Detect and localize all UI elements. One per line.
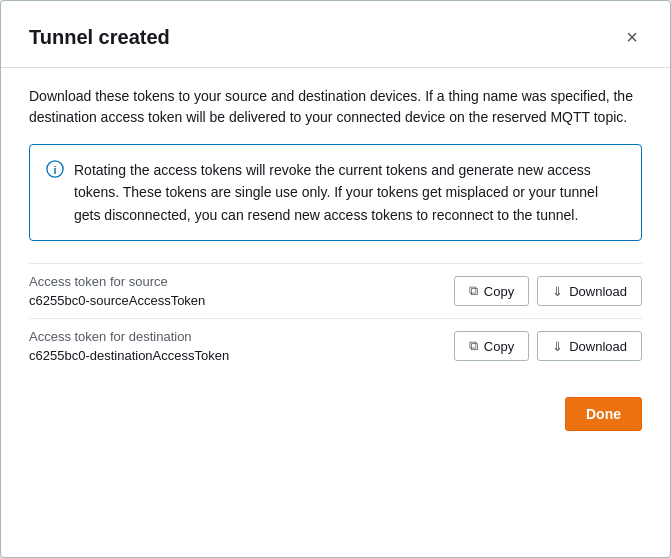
download-icon-dest: ⇓ xyxy=(552,339,563,354)
source-token-info: Access token for source c6255bc0-sourceA… xyxy=(29,274,205,308)
source-token-actions: ⧉ Copy ⇓ Download xyxy=(454,276,642,306)
source-copy-label: Copy xyxy=(484,284,514,299)
source-token-section: Access token for source c6255bc0-sourceA… xyxy=(29,263,642,318)
destination-token-section: Access token for destination c6255bc0-de… xyxy=(29,318,642,373)
source-download-button[interactable]: ⇓ Download xyxy=(537,276,642,306)
destination-token-actions: ⧉ Copy ⇓ Download xyxy=(454,331,642,361)
destination-token-info: Access token for destination c6255bc0-de… xyxy=(29,329,229,363)
source-token-label: Access token for source xyxy=(29,274,205,289)
source-copy-button[interactable]: ⧉ Copy xyxy=(454,276,529,306)
copy-icon-dest: ⧉ xyxy=(469,338,478,354)
download-icon: ⇓ xyxy=(552,284,563,299)
close-button[interactable]: × xyxy=(622,25,642,49)
info-box: i Rotating the access tokens will revoke… xyxy=(29,144,642,241)
source-token-value: c6255bc0-sourceAccessToken xyxy=(29,293,205,308)
header-divider xyxy=(1,67,670,68)
info-icon: i xyxy=(46,160,64,178)
source-download-label: Download xyxy=(569,284,627,299)
modal-footer: Done xyxy=(29,397,642,431)
description-text: Download these tokens to your source and… xyxy=(29,86,642,128)
modal-header: Tunnel created × xyxy=(29,25,642,49)
modal-container: Tunnel created × Download these tokens t… xyxy=(0,0,671,558)
destination-download-button[interactable]: ⇓ Download xyxy=(537,331,642,361)
modal-title: Tunnel created xyxy=(29,26,170,49)
copy-icon: ⧉ xyxy=(469,283,478,299)
destination-token-value: c6255bc0-destinationAccessToken xyxy=(29,348,229,363)
info-text: Rotating the access tokens will revoke t… xyxy=(74,159,625,226)
destination-copy-button[interactable]: ⧉ Copy xyxy=(454,331,529,361)
done-button[interactable]: Done xyxy=(565,397,642,431)
svg-text:i: i xyxy=(54,164,57,176)
destination-copy-label: Copy xyxy=(484,339,514,354)
destination-download-label: Download xyxy=(569,339,627,354)
destination-token-label: Access token for destination xyxy=(29,329,229,344)
